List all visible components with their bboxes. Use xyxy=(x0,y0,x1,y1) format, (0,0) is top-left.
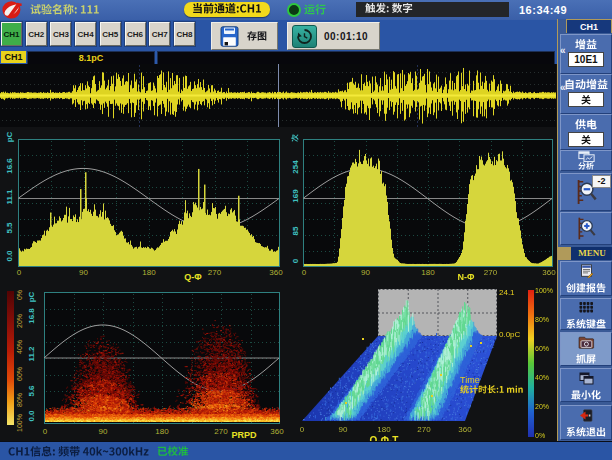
tick-label: 90 xyxy=(339,425,348,434)
menu-item-screen-capture[interactable] xyxy=(560,332,612,366)
tick-label: 270 xyxy=(208,268,221,277)
tick-label: 5.6 xyxy=(27,385,36,396)
channel-button-ch5[interactable]: CH5 xyxy=(100,22,121,46)
tick-label: 360 xyxy=(269,268,282,277)
q3d-colorbar-label: 20% xyxy=(535,403,549,410)
menu-item-create-report[interactable] xyxy=(560,261,612,296)
collapse-panel-icon[interactable]: « xyxy=(560,45,566,56)
control-label xyxy=(575,119,597,130)
prpd-chart[interactable] xyxy=(44,292,280,424)
q3d-time-label: Time xyxy=(460,375,480,385)
floppy-disk-icon xyxy=(219,25,240,48)
tick-label: 270 xyxy=(214,427,227,436)
q3d-colorbar-label: 80% xyxy=(535,316,549,323)
signal-channel-badge: CH1 xyxy=(1,51,26,63)
zoom-out-button[interactable]: -2 xyxy=(560,173,612,211)
channel-button-ch2[interactable]: CH2 xyxy=(26,22,47,46)
tick-label: 180 xyxy=(142,268,155,277)
pd-analyzer-app: { "topbar": { "test_name_label": "试验名称: … xyxy=(0,0,612,460)
sidebar-channel-tab[interactable]: CH1 xyxy=(566,19,612,33)
brand-logo-icon xyxy=(2,1,22,19)
prpd-unit-label: pC xyxy=(27,292,36,303)
channel-button-ch6[interactable]: CH6 xyxy=(125,22,146,46)
zoom-in-button[interactable] xyxy=(560,212,612,245)
timer-button[interactable] xyxy=(292,25,317,48)
charge-phase-chart[interactable] xyxy=(18,139,280,267)
tick-label: 16.8 xyxy=(27,308,36,324)
menu-item-label xyxy=(566,319,606,329)
save-image-label xyxy=(247,31,267,41)
channel-toolbar: CH1CH2CH3CH4CH5CH6CH7CH8 00:01:10 xyxy=(0,20,557,53)
menu-header-accent xyxy=(558,247,571,260)
tick-label: 0 xyxy=(43,427,47,436)
control-power[interactable] xyxy=(560,114,612,150)
timer-panel: 00:01:10 xyxy=(287,22,380,50)
plot-area: CH1 8.1pC pC16.611.15.50.0090180270360Q-… xyxy=(0,51,557,441)
prpd-colorbar-label: 100% xyxy=(16,414,23,432)
analysis-button[interactable] xyxy=(560,150,612,171)
save-image-button[interactable] xyxy=(218,24,241,48)
menu-item-label xyxy=(571,390,601,400)
tick-label: 360 xyxy=(458,425,471,434)
channel-button-ch4[interactable]: CH4 xyxy=(75,22,96,46)
collapse-panel-icon-2[interactable]: « xyxy=(560,82,566,93)
signal-header-row: CH1 8.1pC xyxy=(0,51,557,64)
tick-label: 90 xyxy=(99,427,108,436)
report-document-icon xyxy=(579,264,594,282)
zoom-level-badge: -2 xyxy=(592,175,611,188)
tick-label: 360 xyxy=(270,427,283,436)
channel-button-ch1[interactable]: CH1 xyxy=(1,22,22,46)
tick-label: 11.1 xyxy=(5,189,14,204)
prpd-colorbar-label: 60% xyxy=(16,367,23,381)
prpd-axis-title: PRPD xyxy=(231,430,256,440)
control-label xyxy=(575,39,597,50)
q3d-colorbar-label: 0% xyxy=(535,432,545,439)
menu-item-system-exit[interactable] xyxy=(560,405,612,440)
tick-label: 90 xyxy=(361,268,370,277)
run-status-label xyxy=(304,4,326,15)
control-auto-gain[interactable] xyxy=(560,74,612,114)
screen-capture-folder-icon xyxy=(578,335,595,353)
menu-item-label xyxy=(576,354,596,364)
time-waveform-chart[interactable] xyxy=(0,64,556,127)
tick-label: 0.0 xyxy=(5,250,14,261)
q3d-colorbar-label: 40% xyxy=(535,374,549,381)
channel-button-ch7[interactable]: CH7 xyxy=(149,22,170,46)
tick-label: 0 xyxy=(291,259,300,263)
channel-button-ch3[interactable]: CH3 xyxy=(50,22,71,46)
qphi-unit-label: pC xyxy=(5,132,14,143)
keyboard-grid-icon xyxy=(578,300,594,318)
control-value xyxy=(568,132,604,147)
tick-label: 0.0 xyxy=(27,410,36,421)
menu-item-label xyxy=(566,283,606,293)
q3d-colorbar-label: 100% xyxy=(535,287,553,294)
run-status-icon xyxy=(287,3,301,17)
analysis-label xyxy=(578,162,594,170)
tick-label: 0 xyxy=(300,425,304,434)
analysis-windows-icon xyxy=(578,151,595,162)
menu-item-minimize[interactable] xyxy=(560,368,612,402)
count-phase-chart[interactable] xyxy=(303,139,553,267)
prpd-colorbar-label: 40% xyxy=(16,340,23,354)
3d-colorbar xyxy=(528,290,534,437)
status-bar xyxy=(0,441,612,460)
history-clock-icon xyxy=(296,28,313,45)
channel-info-label xyxy=(8,446,149,457)
prpd-colorbar-label: 80% xyxy=(16,393,23,407)
q3d-zmin-label: 0.0pC xyxy=(499,330,520,339)
menu-item-system-keyboard[interactable] xyxy=(560,298,612,330)
tick-label: 0 xyxy=(17,268,21,277)
tick-label: 11.2 xyxy=(27,346,36,361)
control-gain[interactable]: 10E1 xyxy=(560,34,612,74)
minimize-windows-icon xyxy=(579,371,594,389)
channel-button-ch8[interactable]: CH8 xyxy=(174,22,195,46)
tick-label: 180 xyxy=(155,427,168,436)
tick-label: 270 xyxy=(484,268,497,277)
menu-item-label xyxy=(566,427,606,437)
prpd-colorbar-label: 20% xyxy=(16,314,23,328)
tick-label: 16.6 xyxy=(5,158,14,174)
tick-label: 180 xyxy=(421,268,434,277)
control-value xyxy=(568,92,604,107)
q3d-zmax-label: 24.1 xyxy=(499,288,515,297)
charge-phase-time-3d-chart[interactable] xyxy=(290,284,530,430)
